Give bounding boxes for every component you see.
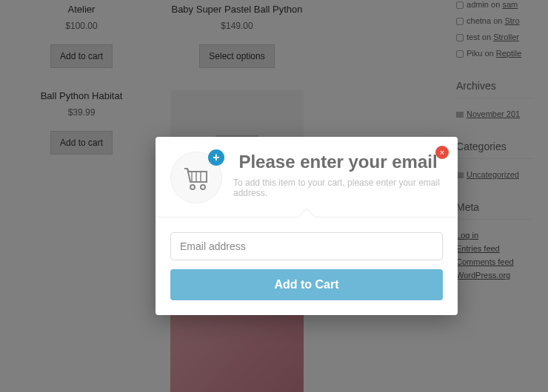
modal-subtitle: To add this item to your cart, please en… <box>233 178 443 198</box>
close-button[interactable]: × <box>435 146 449 159</box>
modal-body: Add to Cart <box>156 217 458 315</box>
svg-point-5 <box>190 185 195 189</box>
cart-icon <box>181 163 211 192</box>
email-modal: × + Please enter your email To add this … <box>156 137 458 315</box>
modal-divider <box>156 217 458 217</box>
email-input[interactable] <box>170 232 443 260</box>
cart-icon-wrap: + <box>170 152 222 203</box>
plus-icon: + <box>208 149 224 166</box>
svg-point-6 <box>201 185 205 189</box>
add-to-cart-button[interactable]: Add to Cart <box>170 269 443 300</box>
modal-text: Please enter your email To add this item… <box>233 152 443 203</box>
modal-title: Please enter your email <box>233 152 443 173</box>
modal-header: + Please enter your email To add this it… <box>156 137 458 211</box>
